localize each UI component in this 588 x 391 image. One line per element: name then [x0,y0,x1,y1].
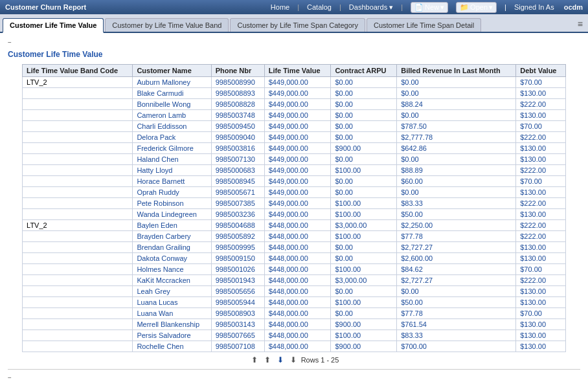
tab-lifespan-category[interactable]: Customer by Life Time Span Category [230,18,365,32]
cell-debt: $70.00 [516,121,566,132]
cell-phone[interactable]: 9985005892 [211,231,264,242]
cell-name[interactable]: Merrell Blankenship [133,319,211,330]
cell-name[interactable]: Haland Chen [133,154,211,165]
cell-name[interactable]: Luana Wan [133,308,211,319]
cell-name[interactable]: Wanda Lindegreen [133,209,211,220]
tab-ltv-band[interactable]: Customer by Life Time Value Band [105,18,229,32]
first-page-btn[interactable]: ⬆ [249,355,260,365]
cell-debt: $130.00 [516,154,566,165]
table-row: Delora Pack9985009040$449,000.00$0.00$2,… [23,132,566,143]
cell-name[interactable]: Baylen Eden [133,220,211,231]
cell-arpu: $0.00 [331,176,397,187]
cell-band [23,242,133,253]
cell-phone[interactable]: 9985007130 [211,154,264,165]
cell-name[interactable]: Horace Barnett [133,176,211,187]
cell-phone[interactable]: 9985003236 [211,209,264,220]
cell-phone[interactable]: 9985007385 [211,198,264,209]
cell-name[interactable]: Cameron Lamb [133,110,211,121]
cell-phone[interactable]: 9985008945 [211,176,264,187]
cell-debt: $130.00 [516,297,566,308]
nav-home[interactable]: Home [271,3,289,11]
cell-name[interactable]: Hatty Lloyd [133,165,211,176]
cell-billed: $50.00 [397,209,516,220]
table-row: Blake Carmudi9985008893$449,000.00$0.00$… [23,88,566,99]
cell-phone[interactable]: 9985009450 [211,121,264,132]
tab-lifespan-detail[interactable]: Customer Life Time Span Detail [367,18,481,32]
cell-phone[interactable]: 9985005944 [211,297,264,308]
cell-arpu: $900.00 [331,319,397,330]
table-row: Persis Salvadore9985007665$448,000.00$10… [23,330,566,341]
cell-band [23,308,133,319]
cell-ltv: $448,000.00 [264,253,331,264]
cell-phone[interactable]: 9985008828 [211,99,264,110]
cell-ltv: $448,000.00 [264,308,331,319]
cell-phone[interactable]: 9985005656 [211,286,264,297]
tab-customer-ltv[interactable]: Customer Life Time Value [3,18,104,33]
table-row: Pete Robinson9985007385$449,000.00$100.0… [23,198,566,209]
cell-phone[interactable]: 9985009995 [211,242,264,253]
cell-name[interactable]: KaKit Mccracken [133,275,211,286]
cell-name[interactable]: Charli Eddisson [133,121,211,132]
cell-name[interactable]: Bonnibelle Wong [133,99,211,110]
cell-ltv: $448,000.00 [264,297,331,308]
expand-note-icon[interactable]: − [8,374,12,381]
cell-ltv: $449,000.00 [264,99,331,110]
cell-name[interactable]: Blake Carmudi [133,88,211,99]
cell-band [23,99,133,110]
cell-phone[interactable]: 9985005671 [211,187,264,198]
table-row: LTV_2Auburn Malloney9985008990$449,000.0… [23,77,566,88]
cell-phone[interactable]: 9985001026 [211,264,264,275]
cell-phone[interactable]: 9985000683 [211,165,264,176]
table-row: Wanda Lindegreen9985003236$449,000.00$10… [23,209,566,220]
tabs-options-icon[interactable]: ≡ [572,16,588,32]
open-button[interactable]: 📁 Open ▾ [456,2,497,13]
content-area: − Customer Life Time Value Life Time Val… [0,33,588,391]
cell-phone[interactable]: 9985001943 [211,275,264,286]
col-header-name: Customer Name [133,65,211,77]
cell-phone[interactable]: 9985008903 [211,308,264,319]
cell-name[interactable]: Auburn Malloney [133,77,211,88]
cell-billed: $0.00 [397,286,516,297]
cell-phone[interactable]: 9985007665 [211,330,264,341]
cell-phone[interactable]: 9985003748 [211,110,264,121]
nav-dashboards[interactable]: Dashboards ▾ [349,3,393,12]
cell-billed: $50.00 [397,297,516,308]
expand-section-icon[interactable]: − [8,39,12,46]
nav-catalog[interactable]: Catalog [307,3,332,11]
prev-page-btn[interactable]: ⬆ [262,355,273,365]
cell-phone[interactable]: 9985008893 [211,88,264,99]
cell-phone[interactable]: 9985009040 [211,132,264,143]
cell-billed: $761.54 [397,319,516,330]
cell-billed: $0.00 [397,154,516,165]
last-page-btn[interactable]: ⬇ [288,355,299,365]
cell-name[interactable]: Luana Lucas [133,297,211,308]
cell-phone[interactable]: 9985009150 [211,253,264,264]
cell-phone[interactable]: 9985003143 [211,319,264,330]
cell-phone[interactable]: 9985007108 [211,341,264,352]
cell-band [23,88,133,99]
cell-phone[interactable]: 9985008990 [211,77,264,88]
table-row: Oprah Ruddy9985005671$449,000.00$0.00$0.… [23,187,566,198]
cell-debt: $222.00 [516,220,566,231]
cell-name[interactable]: Leah Grey [133,286,211,297]
cell-phone[interactable]: 9985003816 [211,143,264,154]
cell-name[interactable]: Holmes Nance [133,264,211,275]
cell-name[interactable]: Pete Robinson [133,198,211,209]
cell-debt: $222.00 [516,132,566,143]
cell-name[interactable]: Frederick Gilmore [133,143,211,154]
cell-name[interactable]: Dakota Conway [133,253,211,264]
cell-name[interactable]: Persis Salvadore [133,330,211,341]
cell-band [23,319,133,330]
cell-name[interactable]: Oprah Ruddy [133,187,211,198]
cell-name[interactable]: Rochelle Chen [133,341,211,352]
cell-arpu: $900.00 [331,341,397,352]
cell-name[interactable]: Delora Pack [133,132,211,143]
next-page-btn[interactable]: ⬇ [275,355,286,365]
cell-phone[interactable]: 9985004688 [211,220,264,231]
cell-name[interactable]: Brendan Grailing [133,242,211,253]
cell-arpu: $100.00 [331,165,397,176]
cell-arpu: $100.00 [331,198,397,209]
new-button[interactable]: 📄 New ▾ [411,2,448,13]
cell-name[interactable]: Brayden Carbery [133,231,211,242]
cell-band [23,231,133,242]
